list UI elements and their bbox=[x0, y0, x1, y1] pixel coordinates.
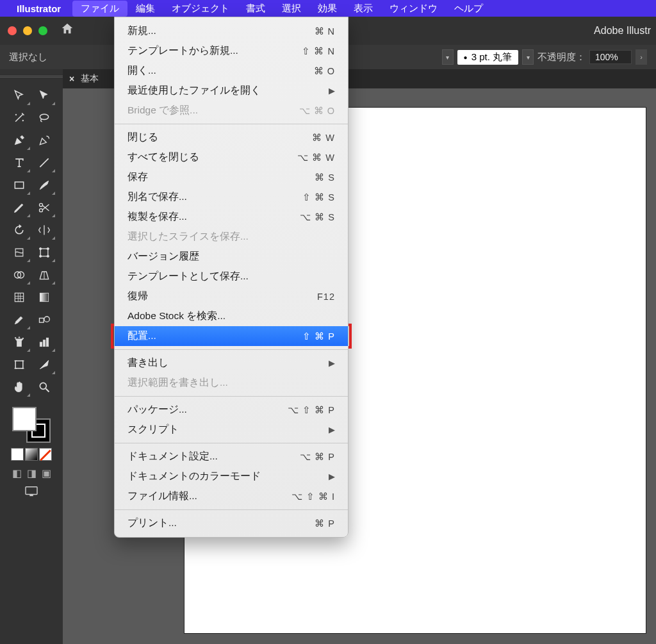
graph-tool[interactable] bbox=[32, 331, 56, 353]
zoom-window-button[interactable] bbox=[38, 26, 47, 35]
hand-tool[interactable] bbox=[7, 376, 31, 398]
menu-item[interactable]: パッケージ...⌥ ⇧ ⌘ P bbox=[115, 400, 348, 420]
menu-item[interactable]: プリント...⌘ P bbox=[115, 513, 348, 533]
brush-selector[interactable]: ● 3 pt. 丸筆 bbox=[457, 50, 518, 65]
chevron-right-icon[interactable]: › bbox=[636, 49, 647, 65]
svg-point-0 bbox=[15, 114, 17, 115]
menu-item[interactable]: 複製を保存...⌥ ⌘ S bbox=[115, 207, 348, 227]
color-none-icon[interactable] bbox=[39, 448, 52, 461]
gradient-tool[interactable] bbox=[32, 286, 56, 308]
tools-grip[interactable] bbox=[0, 76, 63, 79]
rotate-tool[interactable] bbox=[7, 219, 31, 241]
line-tool[interactable] bbox=[32, 152, 56, 174]
eyedropper-tool[interactable] bbox=[7, 309, 31, 331]
menu-item: Bridge で参照...⌥ ⌘ O bbox=[115, 101, 348, 120]
menu-edit[interactable]: 編集 bbox=[127, 1, 163, 17]
menu-item[interactable]: 閉じる⌘ W bbox=[115, 128, 348, 147]
menu-help[interactable]: ヘルプ bbox=[446, 1, 491, 17]
menu-item[interactable]: スクリプト▶ bbox=[115, 420, 348, 440]
draw-behind-icon[interactable]: ◨ bbox=[27, 467, 37, 479]
close-window-button[interactable] bbox=[8, 26, 17, 35]
slice-tool[interactable] bbox=[32, 354, 56, 376]
symbol-sprayer-tool[interactable] bbox=[7, 331, 31, 353]
svg-rect-26 bbox=[15, 361, 23, 368]
menu-item[interactable]: 別名で保存...⇧ ⌘ S bbox=[115, 187, 348, 207]
selection-tool[interactable] bbox=[7, 85, 31, 106]
reflect-tool[interactable] bbox=[32, 219, 56, 241]
pencil-tool[interactable] bbox=[7, 197, 31, 219]
menu-object[interactable]: オブジェクト bbox=[163, 1, 238, 17]
menu-item[interactable]: 復帰F12 bbox=[115, 286, 348, 306]
window-controls bbox=[8, 26, 47, 35]
app-name[interactable]: Illustrator bbox=[17, 3, 61, 14]
menu-window[interactable]: ウィンドウ bbox=[381, 1, 446, 17]
menu-separator bbox=[115, 443, 348, 443]
menu-item[interactable]: 最近使用したファイルを開く▶ bbox=[115, 81, 348, 101]
home-icon[interactable] bbox=[60, 22, 74, 40]
paintbrush-tool[interactable] bbox=[32, 174, 56, 196]
minimize-window-button[interactable] bbox=[23, 26, 32, 35]
menu-item[interactable]: バージョン履歴 bbox=[115, 247, 348, 267]
draw-inside-icon[interactable]: ▣ bbox=[42, 467, 51, 479]
submenu-arrow-icon: ▶ bbox=[329, 472, 335, 481]
fill-stroke-swatches[interactable] bbox=[12, 407, 51, 443]
color-mode-swatches bbox=[11, 448, 52, 461]
curvature-tool[interactable] bbox=[32, 129, 56, 151]
menu-item-label: テンプレートから新規... bbox=[127, 44, 238, 58]
menu-item-label: スクリプト bbox=[127, 423, 179, 436]
menu-item[interactable]: 保存⌘ S bbox=[115, 167, 348, 187]
zoom-tool[interactable] bbox=[32, 376, 56, 398]
menu-item[interactable]: 書き出し▶ bbox=[115, 353, 348, 373]
menu-item[interactable]: 新規...⌘ N bbox=[115, 21, 348, 41]
menu-item-label: 新規... bbox=[127, 24, 156, 38]
menu-item[interactable]: すべてを閉じる⌥ ⌘ W bbox=[115, 147, 348, 167]
fill-swatch[interactable] bbox=[12, 407, 37, 431]
menu-item[interactable]: ドキュメント設定...⌥ ⌘ P bbox=[115, 447, 348, 466]
menu-item[interactable]: 配置...⇧ ⌘ P bbox=[115, 326, 348, 346]
warp-tool[interactable] bbox=[7, 242, 31, 263]
menu-view[interactable]: 表示 bbox=[345, 1, 381, 17]
menu-file[interactable]: ファイル bbox=[72, 1, 127, 17]
menu-item[interactable]: ドキュメントのカラーモード▶ bbox=[115, 466, 348, 486]
menu-item[interactable]: テンプレートから新規...⇧ ⌘ N bbox=[115, 41, 348, 61]
color-solid-icon[interactable] bbox=[11, 448, 24, 461]
blend-tool[interactable] bbox=[32, 309, 56, 331]
screen-mode-icon[interactable] bbox=[24, 486, 38, 500]
dropdown-icon[interactable]: ▾ bbox=[442, 49, 454, 65]
free-transform-tool[interactable] bbox=[32, 242, 56, 263]
magic-wand-tool[interactable] bbox=[7, 107, 31, 129]
brush-dropdown-icon[interactable]: ▾ bbox=[522, 49, 534, 65]
svg-line-28 bbox=[45, 389, 49, 392]
shape-builder-tool[interactable] bbox=[7, 264, 31, 286]
menu-item[interactable]: 開く...⌘ O bbox=[115, 61, 348, 81]
menu-select[interactable]: 選択 bbox=[274, 1, 309, 17]
direct-selection-tool[interactable] bbox=[32, 85, 56, 106]
close-tab-icon[interactable]: × bbox=[69, 74, 74, 84]
svg-rect-29 bbox=[26, 487, 37, 495]
opacity-input[interactable]: 100% bbox=[589, 50, 632, 64]
menu-type[interactable]: 書式 bbox=[238, 1, 274, 17]
menu-item-label: 最近使用したファイルを開く bbox=[127, 84, 261, 97]
lasso-tool[interactable] bbox=[32, 107, 56, 129]
menu-effect[interactable]: 効果 bbox=[309, 1, 345, 17]
menu-item: 選択したスライスを保存... bbox=[115, 227, 348, 247]
menu-item[interactable]: Adobe Stock を検索... bbox=[115, 306, 348, 326]
rectangle-tool[interactable] bbox=[7, 174, 31, 196]
menu-item[interactable]: テンプレートとして保存... bbox=[115, 267, 348, 286]
artboard-tool[interactable] bbox=[7, 354, 31, 376]
perspective-tool[interactable] bbox=[32, 264, 56, 286]
pen-tool[interactable] bbox=[7, 129, 31, 151]
color-gradient-icon[interactable] bbox=[25, 448, 38, 461]
scissors-tool[interactable] bbox=[32, 197, 56, 219]
menu-item-label: テンプレートとして保存... bbox=[127, 270, 249, 283]
menu-shortcut: ⌘ W bbox=[312, 133, 335, 143]
draw-normal-icon[interactable]: ◧ bbox=[12, 467, 22, 479]
file-menu-dropdown: 新規...⌘ Nテンプレートから新規...⇧ ⌘ N開く...⌘ O最近使用した… bbox=[114, 17, 348, 538]
menu-shortcut: ⌥ ⌘ W bbox=[297, 153, 335, 163]
menu-item-label: ファイル情報... bbox=[127, 490, 197, 503]
mesh-tool[interactable] bbox=[7, 286, 31, 308]
bullet-icon: ● bbox=[464, 54, 468, 61]
menu-item[interactable]: ファイル情報...⌥ ⇧ ⌘ I bbox=[115, 486, 348, 506]
svg-rect-16 bbox=[40, 293, 48, 301]
type-tool[interactable] bbox=[7, 152, 31, 174]
